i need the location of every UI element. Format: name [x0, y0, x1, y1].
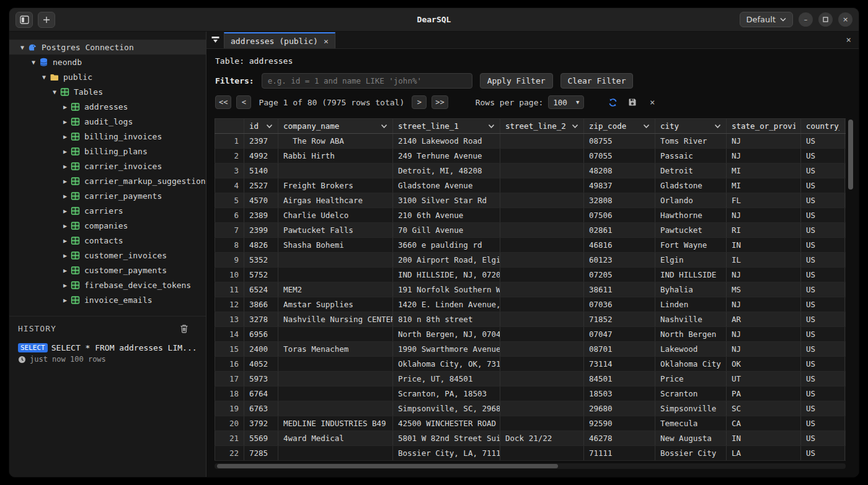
table-cell-company_name[interactable]	[278, 268, 393, 282]
table-cell-company_name[interactable]: Freight Brokers	[278, 178, 393, 193]
table-cell-zip_code[interactable]: 71111	[584, 446, 655, 460]
table-cell-company_name[interactable]: 4ward Medical	[278, 431, 393, 445]
table-cell-city[interactable]: Toms River	[655, 134, 727, 148]
table-row[interactable]: 2155694ward Medical5801 W 82nd Street Su…	[215, 431, 846, 446]
table-cell-city[interactable]: Scranton	[655, 387, 727, 401]
table-cell-company_name[interactable]: Nashville Nursing CENTER	[278, 312, 393, 326]
table-cell-city[interactable]: Fort Wayne	[655, 238, 727, 252]
table-cell-company_name[interactable]: Shasha Bohemi	[278, 238, 393, 252]
tree-item-tables-group[interactable]: ▼ Tables	[9, 84, 206, 99]
caret-right-icon[interactable]: ▶	[61, 178, 69, 185]
column-header-zip_code[interactable]: zip_code	[584, 119, 655, 133]
tree-item-table[interactable]: ▶ billing_plans	[9, 144, 206, 159]
caret-right-icon[interactable]: ▶	[61, 208, 69, 214]
table-cell-country_c[interactable]: US	[801, 357, 845, 371]
table-cell-street_line_2[interactable]	[500, 268, 584, 282]
table-cell-country_c[interactable]: US	[801, 416, 845, 430]
caret-down-icon[interactable]: ▼	[29, 59, 38, 66]
table-cell-company_name[interactable]	[278, 401, 393, 416]
table-cell-state_or_provinc[interactable]: MI	[727, 164, 801, 178]
table-cell-company_name[interactable]	[278, 357, 393, 371]
horizontal-scrollbar[interactable]	[215, 463, 846, 469]
table-cell-zip_code[interactable]: 02861	[584, 223, 655, 237]
vertical-scrollbar[interactable]	[848, 120, 853, 190]
table-cell-company_name[interactable]	[278, 387, 393, 401]
table-cell-country_c[interactable]: US	[801, 446, 845, 460]
table-cell-city[interactable]: Nashville	[655, 312, 727, 326]
table-cell-state_or_provinc[interactable]: NJ	[727, 297, 801, 312]
table-cell-company_name[interactable]: Rabbi Hirth	[278, 149, 393, 163]
table-cell-zip_code[interactable]: 07047	[584, 327, 655, 341]
apply-filter-button[interactable]: Apply Filter	[480, 73, 553, 89]
table-row[interactable]: 164052Oklahoma City, OK, 7311473114Oklah…	[215, 357, 846, 372]
table-cell-state_or_provinc[interactable]: LA	[727, 446, 801, 460]
table-cell-city[interactable]: Detroit	[655, 164, 727, 178]
caret-right-icon[interactable]: ▶	[61, 297, 69, 304]
column-header-street_line_2[interactable]: street_line_2	[500, 119, 584, 133]
table-cell-zip_code[interactable]: 84501	[584, 372, 655, 386]
filter-input[interactable]	[262, 73, 472, 89]
tree-item-table[interactable]: ▶ billing_invoices	[9, 129, 206, 144]
table-cell-state_or_provinc[interactable]: MS	[727, 282, 801, 297]
table-cell-street_line_2[interactable]	[500, 193, 584, 208]
table-cell-street_line_2[interactable]	[500, 164, 584, 178]
table-cell-city[interactable]: Temecula	[655, 416, 727, 430]
refresh-button[interactable]	[605, 95, 620, 109]
table-cell-street_line_1[interactable]: 810 n 8th street	[393, 312, 500, 326]
table-cell-company_name[interactable]: Airgas Healthcare	[278, 193, 393, 208]
table-cell-id[interactable]: 5352	[244, 253, 278, 267]
caret-right-icon[interactable]: ▶	[61, 237, 69, 244]
column-header-country_c[interactable]: country_c	[801, 119, 845, 133]
table-cell-street_line_2[interactable]	[500, 327, 584, 341]
table-cell-country_c[interactable]: US	[801, 372, 845, 386]
tab-filter-button[interactable]	[206, 31, 224, 48]
table-cell-id[interactable]: 2399	[244, 223, 278, 237]
tree-item-table[interactable]: ▶ addresses	[9, 99, 206, 114]
table-cell-state_or_provinc[interactable]: CA	[727, 416, 801, 430]
column-header-street_line_1[interactable]: street_line_1	[393, 119, 500, 133]
table-cell-state_or_provinc[interactable]: NJ	[727, 208, 801, 222]
table-cell-id[interactable]: 2389	[244, 208, 278, 222]
table-cell-state_or_provinc[interactable]: MI	[727, 178, 801, 193]
table-cell-zip_code[interactable]: 46278	[584, 431, 655, 445]
table-cell-company_name[interactable]: Amstar Supplies	[278, 297, 393, 312]
table-cell-street_line_2[interactable]	[500, 297, 584, 312]
table-cell-id[interactable]: 5752	[244, 268, 278, 282]
table-cell-city[interactable]: Linden	[655, 297, 727, 312]
tab-close-icon[interactable]: ×	[324, 37, 329, 46]
table-cell-zip_code[interactable]: 18503	[584, 387, 655, 401]
table-cell-country_c[interactable]: US	[801, 164, 845, 178]
minimize-button[interactable]: –	[799, 12, 813, 27]
table-cell-country_c[interactable]: US	[801, 238, 845, 252]
table-cell-company_name[interactable]	[278, 253, 393, 267]
caret-right-icon[interactable]: ▶	[61, 118, 69, 125]
tree-item-table[interactable]: ▶ invoice_emails	[9, 292, 206, 307]
table-row[interactable]: 227285Bossier City, LA, 7111171111Bossie…	[215, 446, 846, 461]
tree-item-table[interactable]: ▶ carrier_invoices	[9, 159, 206, 173]
table-cell-company_name[interactable]: MEDLINE INDUSTRIES B49	[278, 416, 393, 430]
table-cell-city[interactable]: Pawtucket	[655, 223, 727, 237]
table-cell-country_c[interactable]: US	[801, 327, 845, 341]
table-cell-street_line_1[interactable]: 210 6th Avenue	[393, 208, 500, 222]
table-row[interactable]: 84826Shasha Bohemi3660 e paulding rd4681…	[215, 238, 846, 253]
chevron-down-icon[interactable]	[381, 124, 388, 129]
pane-close-icon[interactable]: ×	[846, 35, 851, 45]
table-cell-street_line_1[interactable]: 249 Terhune Avenue	[393, 149, 500, 163]
chevron-down-icon[interactable]	[266, 124, 273, 129]
table-cell-zip_code[interactable]: 49837	[584, 178, 655, 193]
table-cell-city[interactable]: Gladstone	[655, 178, 727, 193]
cancel-button[interactable]: ×	[645, 95, 660, 109]
table-cell-company_name[interactable]	[278, 327, 393, 341]
table-cell-zip_code[interactable]: 46816	[584, 238, 655, 252]
tree-item-table[interactable]: ▶ customer_payments	[9, 263, 206, 277]
table-cell-id[interactable]: 3792	[244, 416, 278, 430]
table-cell-id[interactable]: 5973	[244, 372, 278, 386]
close-button[interactable]: ×	[838, 12, 852, 27]
table-cell-country_c[interactable]: US	[801, 223, 845, 237]
table-cell-city[interactable]: Orlando	[655, 193, 727, 208]
table-cell-street_line_1[interactable]: North Bergen, NJ, 07047	[393, 327, 500, 341]
table-cell-street_line_2[interactable]	[500, 401, 584, 416]
table-cell-city[interactable]: Oklahoma City	[655, 357, 727, 371]
table-cell-zip_code[interactable]: 29680	[584, 401, 655, 416]
table-cell-street_line_1[interactable]: 5801 W 82nd Street Suite	[393, 431, 500, 445]
